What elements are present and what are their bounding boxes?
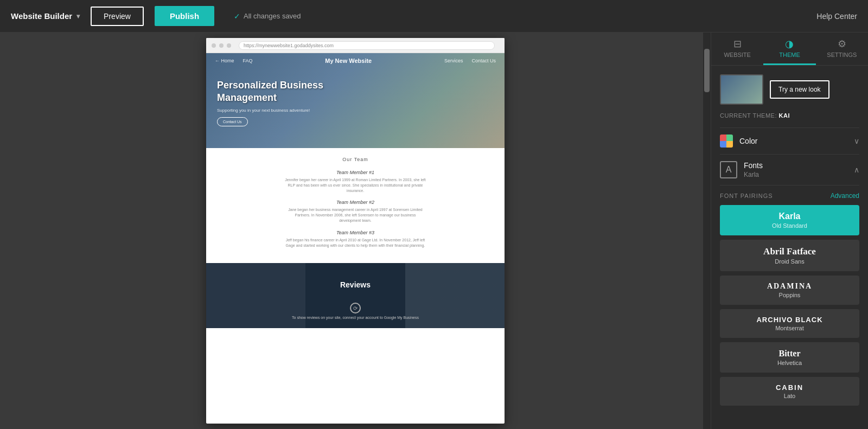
theme-thumbnail xyxy=(720,74,763,105)
help-center-link[interactable]: Help Center xyxy=(816,12,857,21)
font-card-karla-secondary: Old Standard xyxy=(729,222,851,229)
fonts-row-title: Fonts xyxy=(744,161,854,170)
current-theme-name: KAI xyxy=(779,112,790,119)
color-swatch-yellow xyxy=(726,141,733,148)
browser-url-bar: https://mynewwebsite1.godaddysites.com xyxy=(239,41,495,50)
font-pairings-label: FONT PAIRINGS xyxy=(720,193,773,199)
team-member-2-desc: Jane began her business management caree… xyxy=(285,207,426,223)
color-swatch-green xyxy=(726,135,733,141)
font-card-cabin[interactable]: CABIN Lato xyxy=(720,377,859,406)
publish-button[interactable]: Publish xyxy=(155,6,214,26)
font-card-archivo-primary: ARCHIVO BLACK xyxy=(729,316,851,324)
font-card-archivo-secondary: Montserrat xyxy=(729,325,851,331)
panel-tabs: ⊟ WEBSITE ◑ THEME ⚙ SETTINGS xyxy=(711,33,868,66)
font-pairings-header: FONT PAIRINGS Advanced xyxy=(720,185,859,205)
brand[interactable]: Website Builder ▾ xyxy=(11,11,80,21)
settings-tab-icon: ⚙ xyxy=(838,39,846,49)
team-member-1-desc: Jennifer began her career in April 1999 … xyxy=(285,177,426,193)
color-section-row[interactable]: Color ∨ xyxy=(720,127,859,154)
fonts-icon: A xyxy=(720,161,737,178)
color-row-title: Color xyxy=(739,137,854,145)
try-new-look-button[interactable]: Try a new look xyxy=(770,80,829,99)
hero-nav-home[interactable]: ← Home xyxy=(215,58,234,63)
color-icon xyxy=(720,135,733,148)
hero-content: Personalized Business Management Support… xyxy=(206,68,505,148)
current-theme-prefix: CURRENT THEME: xyxy=(720,112,777,119)
website-preview: https://mynewwebsite1.godaddysites.com ←… xyxy=(206,38,505,424)
reviews-section: Reviews ⟳ To show reviews on your site, … xyxy=(206,263,505,328)
tab-website[interactable]: ⊟ WEBSITE xyxy=(711,33,763,65)
color-chevron-icon: ∨ xyxy=(854,137,859,145)
hero-subheading: Supporting you in your next business adv… xyxy=(217,108,315,113)
color-swatch-blue xyxy=(720,141,726,148)
hero-heading: Personalized Business Management xyxy=(217,79,326,105)
hero-nav-faq[interactable]: FAQ xyxy=(243,58,253,63)
font-card-karla[interactable]: Karla Old Standard xyxy=(720,205,859,235)
font-pairings-advanced-link[interactable]: Advanced xyxy=(831,192,859,200)
hero-section: ← Home FAQ My New Website Services Conta… xyxy=(206,53,505,148)
reviews-title: Reviews xyxy=(340,280,371,289)
fonts-row-text: Fonts Karla xyxy=(744,161,854,178)
right-panel: ⊟ WEBSITE ◑ THEME ⚙ SETTINGS Try a new l… xyxy=(711,33,868,429)
font-card-archivo[interactable]: ARCHIVO BLACK Montserrat xyxy=(720,309,859,338)
color-swatch-red xyxy=(720,135,726,141)
theme-tab-icon: ◑ xyxy=(785,39,794,49)
current-theme-label: CURRENT THEME: KAI xyxy=(720,112,859,119)
tab-theme[interactable]: ◑ THEME xyxy=(763,33,815,65)
main-layout: https://mynewwebsite1.godaddysites.com ←… xyxy=(0,33,868,429)
browser-bar: https://mynewwebsite1.godaddysites.com xyxy=(206,38,505,53)
font-card-bitter[interactable]: Bitter Helvetica xyxy=(720,342,859,373)
font-card-adamina-primary: ADAMINA xyxy=(729,282,851,291)
browser-dot-3 xyxy=(227,43,231,48)
website-tab-icon: ⊟ xyxy=(733,39,742,49)
reviews-notice-icon: ⟳ xyxy=(350,303,361,313)
saved-check-icon: ✓ xyxy=(234,12,240,21)
hero-nav: ← Home FAQ My New Website Services Conta… xyxy=(206,53,505,68)
team-member-3-desc: Jeff began his finance career in April 2… xyxy=(285,238,426,248)
theme-tab-label: THEME xyxy=(779,52,800,58)
font-card-cabin-primary: CABIN xyxy=(729,383,851,392)
brand-chevron-icon: ▾ xyxy=(76,12,80,20)
browser-dot-1 xyxy=(212,43,216,48)
font-card-bitter-primary: Bitter xyxy=(729,349,851,358)
scrollbar-thumb[interactable] xyxy=(704,49,710,92)
theme-thumbnail-row: Try a new look xyxy=(720,74,859,105)
brand-label: Website Builder xyxy=(11,11,72,21)
settings-tab-label: SETTINGS xyxy=(827,52,857,58)
font-card-abril[interactable]: Abril Fatface Droid Sans xyxy=(720,240,859,271)
preview-button[interactable]: Preview xyxy=(91,7,144,26)
topbar-left: Website Builder ▾ Preview Publish ✓ All … xyxy=(11,6,301,26)
fonts-chevron-icon: ∧ xyxy=(854,165,859,174)
team-member-1-name: Team Member #1 xyxy=(217,170,494,175)
color-row-text: Color xyxy=(739,137,854,145)
tab-settings[interactable]: ⚙ SETTINGS xyxy=(816,33,868,65)
panel-content: Try a new look CURRENT THEME: KAI Color … xyxy=(711,66,868,429)
saved-status: ✓ All changes saved xyxy=(234,12,301,21)
hero-nav-contact[interactable]: Contact Us xyxy=(471,58,496,63)
team-member-3-name: Team Member #3 xyxy=(217,230,494,235)
fonts-section-row[interactable]: A Fonts Karla ∧ xyxy=(720,154,859,185)
browser-url-text: https://mynewwebsite1.godaddysites.com xyxy=(244,43,334,48)
font-card-cabin-secondary: Lato xyxy=(729,393,851,399)
font-card-adamina[interactable]: ADAMINA Poppins xyxy=(720,276,859,305)
topbar: Website Builder ▾ Preview Publish ✓ All … xyxy=(0,0,868,33)
saved-label: All changes saved xyxy=(244,12,301,20)
font-card-adamina-secondary: Poppins xyxy=(729,292,851,298)
hero-nav-services[interactable]: Services xyxy=(444,58,463,63)
hero-site-title: My New Website xyxy=(325,57,372,64)
reviews-bg-left xyxy=(206,263,305,328)
team-member-2: Team Member #2 Jane began her business m… xyxy=(217,200,494,223)
scrollbar-track[interactable] xyxy=(703,33,711,429)
hero-cta-button[interactable]: Contact Us xyxy=(217,117,248,126)
team-section: Our Team Team Member #1 Jennifer began h… xyxy=(206,148,505,263)
reviews-bg-right xyxy=(405,263,505,328)
fonts-row-value: Karla xyxy=(744,171,854,178)
font-card-abril-secondary: Droid Sans xyxy=(729,258,851,265)
team-member-1: Team Member #1 Jennifer began her career… xyxy=(217,170,494,193)
font-card-karla-primary: Karla xyxy=(729,212,851,221)
reviews-notice-text: To show reviews on your site, connect yo… xyxy=(292,316,419,319)
website-tab-label: WEBSITE xyxy=(724,52,751,58)
team-section-title: Our Team xyxy=(217,157,494,162)
font-card-abril-primary: Abril Fatface xyxy=(729,246,851,257)
browser-dot-2 xyxy=(219,43,224,48)
